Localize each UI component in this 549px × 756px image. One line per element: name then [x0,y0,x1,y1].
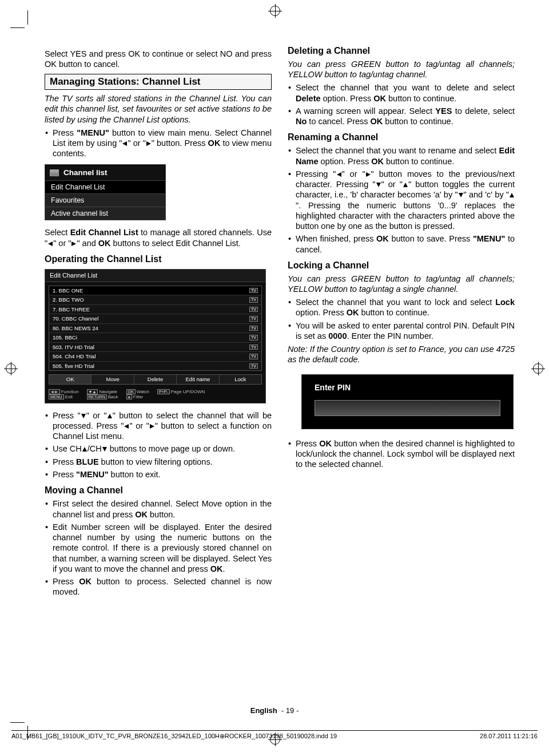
svg-marker-11 [366,172,371,177]
down-arrow-icon [81,413,86,419]
osd-title: Edit Channel List [45,270,265,282]
tv-tag-icon: TV [249,288,258,294]
left-arrow-icon [124,423,129,429]
right-arrow-icon [146,141,152,147]
channel-row: 2. BBC TWOTV [49,295,261,305]
svg-marker-0 [122,141,127,146]
body-text: Select Edit Channel List to manage all s… [45,227,272,248]
down-arrow-icon [376,182,381,188]
footer-page-number: - 19 - [281,706,299,715]
channel-row: 105. BBCiTV [49,333,261,343]
bullet-item: First select the desired channel. Select… [45,498,272,520]
crop-mark [10,722,25,723]
right-column: Deleting a Channel You can press GREEN b… [288,46,515,600]
osd-lock-button: Lock [220,375,261,384]
osd-ok-button: OK [49,375,92,384]
osd-menu-item: Active channel list [45,207,165,220]
channel-row: 504. Ch4 HD TrialTV [49,352,261,362]
osd-move-button: Move [92,375,134,384]
osd-title: Channel list [45,165,165,180]
subheading: Renaming a Channel [288,132,515,143]
osd-enter-pin: Enter PIN [301,374,514,429]
bullet-item: Select the channel that you want to dele… [288,82,515,104]
svg-marker-13 [403,183,408,187]
bullet-item: Press "" or "" button to select the chan… [45,410,272,442]
bullet-item: Select the channel that you want to lock… [288,297,515,318]
svg-marker-15 [510,193,514,197]
italic-note: You can press GREEN button to tag/untag … [288,274,515,294]
osd-delete-button: Delete [134,375,177,384]
registration-mark-icon [270,6,280,16]
channel-row: 505. five HD TrialTV [49,362,261,371]
left-arrow-icon [336,172,342,177]
bullet-item: You will be asked to enter parental cont… [288,320,515,342]
svg-marker-1 [146,141,151,146]
bullet-item: Select the channel that you want to rena… [288,145,515,167]
section-subtext: The TV sorts all stored stations in the … [45,93,272,124]
up-arrow-icon [509,192,515,198]
crop-mark [27,10,28,25]
bullet-item: Press BLUE button to view filtering opti… [45,457,272,467]
bullet-item: Use CH/CH buttons to move page up or dow… [45,444,272,454]
osd-channel-list-menu: Channel list Edit Channel List Favourite… [45,164,166,220]
svg-marker-10 [337,172,341,177]
svg-marker-5 [108,414,112,418]
file-timestamp: 28.07.2011 11:21:16 [480,733,538,740]
pin-field [315,400,500,416]
channel-row: 1. BBC ONETV [49,286,261,296]
osd-menu-item: Edit Channel List [45,180,165,193]
down-arrow-icon [458,192,464,198]
crop-mark [10,27,25,28]
svg-marker-2 [48,242,53,246]
bullet-item: Press "MENU" button to exit. [45,469,272,480]
footer-language: English [250,706,277,715]
up-arrow-icon [82,446,87,452]
svg-marker-7 [150,424,154,429]
svg-marker-14 [459,193,463,197]
bullet-item: Press "MENU" button to view main menu. S… [45,128,272,159]
osd-menu-item: Favourites [45,193,165,207]
file-metadata-line: A01_MB61_[GB]_1910UK_IDTV_TC_PVR_BRONZE1… [11,730,538,740]
bullet-item: Pressing "" or "" button moves to the pr… [288,169,515,232]
file-path: A01_MB61_[GB]_1910UK_IDTV_TC_PVR_BRONZE1… [11,733,337,740]
svg-marker-4 [81,414,86,418]
up-arrow-icon [107,413,113,419]
intro-text: Select YES and press OK to continue or s… [45,49,272,69]
svg-marker-3 [71,242,76,246]
manual-page: Select YES and press OK to continue or s… [0,0,549,756]
content-columns: Select YES and press OK to continue or s… [45,46,515,600]
svg-marker-12 [376,183,381,187]
bullet-item: Press OK button to process. Selected cha… [45,576,272,597]
bullet-item: Press OK button when the desired channel… [288,438,515,470]
bullet-item: Edit Number screen will be displayed. En… [45,522,272,574]
pin-label: Enter PIN [315,383,500,392]
right-arrow-icon [71,241,77,247]
subheading: Locking a Channel [288,260,515,271]
channel-row: 7. BBC THREETV [49,305,261,315]
bullet-item: A warning screen will appear. Select YES… [288,106,515,127]
osd-button-row: OK Move Delete Edit name Lock [49,374,262,385]
channel-row: 503. ITV HD TrialTV [49,343,261,353]
section-heading-box: Managing Stations: Channel List [45,74,272,90]
page-footer: English - 19 - [0,706,549,715]
svg-marker-6 [124,424,129,429]
osd-editname-button: Edit name [177,375,219,384]
registration-mark-icon [533,363,543,374]
svg-marker-8 [82,447,87,452]
left-arrow-icon [122,141,128,147]
subheading: Deleting a Channel [288,46,515,56]
italic-note: You can press GREEN button to tag/untag … [288,59,515,80]
osd-hint-row: ◄►FunctionMENUExit ▼▲NavigateRETURNBack … [45,387,265,403]
registration-mark-icon [6,363,16,374]
osd-edit-channel-list: Edit Channel List 1. BBC ONETV 2. BBC TW… [45,269,266,403]
note-text: Note: If the Country option is set to Fr… [288,344,515,365]
svg-marker-9 [102,447,107,452]
left-arrow-icon [47,241,53,247]
down-arrow-icon [102,446,108,452]
right-arrow-icon [365,172,371,177]
channel-row: 70. CBBC ChannelTV [49,314,261,324]
up-arrow-icon [403,182,408,188]
channel-row: 80. BBC NEWS 24TV [49,324,261,334]
list-icon [50,169,59,176]
bullet-item: When finished, press OK button to save. … [288,233,515,255]
